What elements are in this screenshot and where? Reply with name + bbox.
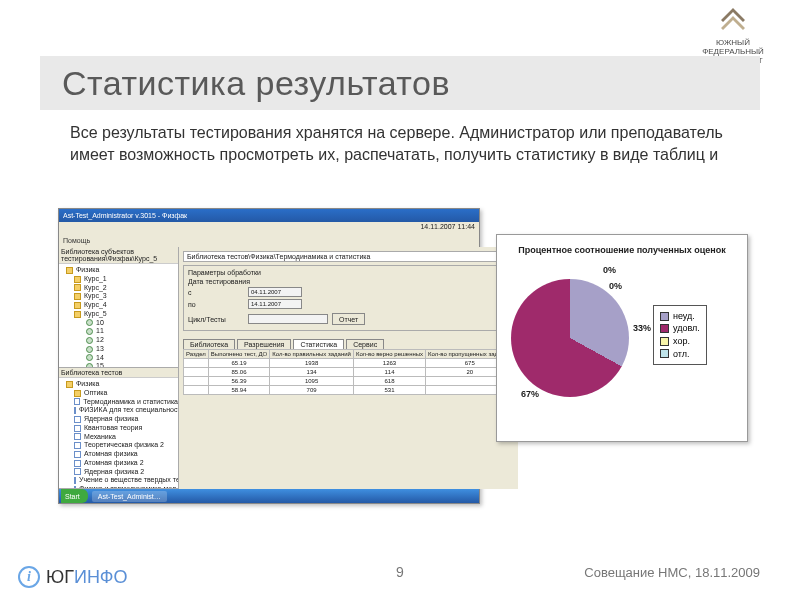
tab-3[interactable]: Сервис — [346, 339, 384, 349]
legend-item: неуд. — [660, 310, 700, 323]
parameters-title: Параметры обработки — [188, 269, 509, 276]
page-number: 9 — [396, 564, 404, 580]
tree-item[interactable]: Квантовая теория — [62, 424, 178, 433]
tree-item[interactable]: Курс_4 — [62, 301, 178, 310]
tree-item-label: Механика — [84, 433, 116, 442]
tree-item-label: Атомная физика 2 — [84, 459, 144, 468]
app-menu[interactable]: Помощь — [59, 237, 479, 247]
user-icon — [86, 337, 93, 344]
tree-item[interactable]: Механика — [62, 433, 178, 442]
left-tree-column: Библиотека субъектов тестирования\Физфак… — [59, 247, 179, 489]
tree-item[interactable]: Термодинамика и статистика — [62, 398, 178, 407]
pie-chart-panel: Процентное соотношение полученных оценок… — [496, 234, 748, 442]
tree-item-label: Курс_4 — [84, 301, 107, 310]
tree-item[interactable]: 12 — [62, 336, 178, 345]
file-icon — [74, 477, 76, 484]
tree-item-label: Ядерная физика — [84, 415, 138, 424]
tree-item-label: Учение о веществе твердых тел — [79, 476, 178, 485]
table-header: Кол-во правильных заданий — [270, 350, 354, 359]
file-icon — [74, 442, 81, 449]
window-title: Ast-Test_Administrator v.3015 - Физфак — [63, 212, 187, 219]
tab-2[interactable]: Статистика — [293, 339, 344, 349]
tree-item[interactable]: Учение о веществе твердых тел — [62, 476, 178, 485]
tests-tree[interactable]: Библиотека тестов ФизикаОптикаТермодинам… — [59, 368, 178, 489]
tree-item[interactable]: Оптика — [62, 389, 178, 398]
tab-0[interactable]: Библиотека — [183, 339, 235, 349]
date-to-input[interactable]: 14.11.2007 — [248, 299, 302, 309]
folder-icon — [66, 267, 73, 274]
test-name-input[interactable] — [248, 314, 328, 324]
tree-item-label: Физика — [76, 380, 99, 389]
taskbar: Start Ast-Test_Administ… — [59, 489, 479, 503]
folder-icon — [74, 302, 81, 309]
tree-item[interactable]: Атомная физика 2 — [62, 459, 178, 468]
tree-item[interactable]: 11 — [62, 327, 178, 336]
legend-label: неуд. — [673, 310, 695, 323]
table-row: 65.1919381263675 — [184, 359, 514, 368]
start-button[interactable]: Start — [61, 489, 88, 503]
tree-item-label: 10 — [96, 319, 104, 328]
legend-swatch — [660, 337, 669, 346]
breadcrumb: Библиотека тестов\Физика\Термодинамика и… — [183, 251, 514, 262]
pie-label-0b: 0% — [609, 281, 622, 291]
date-from-label: с — [188, 289, 244, 296]
window-date: 14.11.2007 11:44 — [420, 223, 475, 230]
tree-item[interactable]: ФИЗИКА для тех специальностей — [62, 406, 178, 415]
tree-item-label: Квантовая теория — [84, 424, 142, 433]
report-button[interactable]: Отчет — [332, 313, 365, 325]
tree-item[interactable]: Курс_5 — [62, 310, 178, 319]
test-name-label: Цикл/Тесты — [188, 316, 244, 323]
tree-item-label: Теоретическая физика 2 — [84, 441, 164, 450]
table-header: Раздел — [184, 350, 209, 359]
tree-item[interactable]: Курс_1 — [62, 275, 178, 284]
legend-label: удовл. — [673, 322, 700, 335]
tree-item-label: 12 — [96, 336, 104, 345]
tree-item-label: 13 — [96, 345, 104, 354]
date-from-input[interactable]: 04.11.2007 — [248, 287, 302, 297]
folder-icon — [74, 293, 81, 300]
tree-item-label: Курс_3 — [84, 292, 107, 301]
tree-item-label: Оптика — [84, 389, 107, 398]
folder-icon — [74, 284, 81, 291]
footer-note: Совещание НМС, 18.11.2009 — [584, 565, 760, 580]
table-row: 58.94709531 — [184, 386, 514, 395]
file-icon — [74, 451, 81, 458]
taskbar-app-button[interactable]: Ast-Test_Administ… — [92, 491, 167, 502]
table-row: 56.391095618 — [184, 377, 514, 386]
tabs-row: БиблиотекаРазрешенияСтатистикаСервис — [183, 339, 514, 349]
legend-label: отл. — [673, 348, 689, 361]
legend-item: отл. — [660, 348, 700, 361]
tree-item[interactable]: Ядерная физика 2 — [62, 468, 178, 477]
tree-item-label: Курс_2 — [84, 284, 107, 293]
tree-item[interactable]: 14 — [62, 354, 178, 363]
legend-swatch — [660, 324, 669, 333]
folder-icon — [74, 390, 81, 397]
tree-item[interactable]: 10 — [62, 319, 178, 328]
tree-item[interactable]: 13 — [62, 345, 178, 354]
tree-item[interactable]: Курс_2 — [62, 284, 178, 293]
tree-item[interactable]: Теоретическая физика 2 — [62, 441, 178, 450]
file-icon — [74, 398, 80, 405]
chart-title: Процентное соотношение полученных оценок — [505, 245, 739, 255]
table-header: Кол-во верно решенных — [353, 350, 425, 359]
pie-label-33: 33% — [633, 323, 651, 333]
tab-1[interactable]: Разрешения — [237, 339, 291, 349]
parameters-date-label: Дата тестирования — [188, 278, 509, 285]
tests-tree-header: Библиотека тестов — [59, 368, 178, 378]
subjects-tree[interactable]: Библиотека субъектов тестирования\Физфак… — [59, 247, 178, 368]
parameters-panel: Параметры обработки Дата тестирования с … — [183, 265, 514, 331]
tree-item[interactable]: Физика — [62, 380, 178, 389]
pie-label-0a: 0% — [603, 265, 616, 275]
tree-item[interactable]: Атомная физика — [62, 450, 178, 459]
screenshot-group: Ast-Test_Administrator v.3015 - Физфак 1… — [58, 208, 748, 518]
file-icon — [74, 433, 81, 440]
legend-item: хор. — [660, 335, 700, 348]
tree-item-label: Ядерная физика 2 — [84, 468, 144, 477]
pie-chart: 0% 0% 33% 67% — [505, 261, 653, 409]
tree-item[interactable]: Курс_3 — [62, 292, 178, 301]
legend-label: хор. — [673, 335, 690, 348]
tree-item-label: Курс_1 — [84, 275, 107, 284]
tree-item[interactable]: Ядерная физика — [62, 415, 178, 424]
date-to-label: по — [188, 301, 244, 308]
tree-item[interactable]: Физика — [62, 266, 178, 275]
